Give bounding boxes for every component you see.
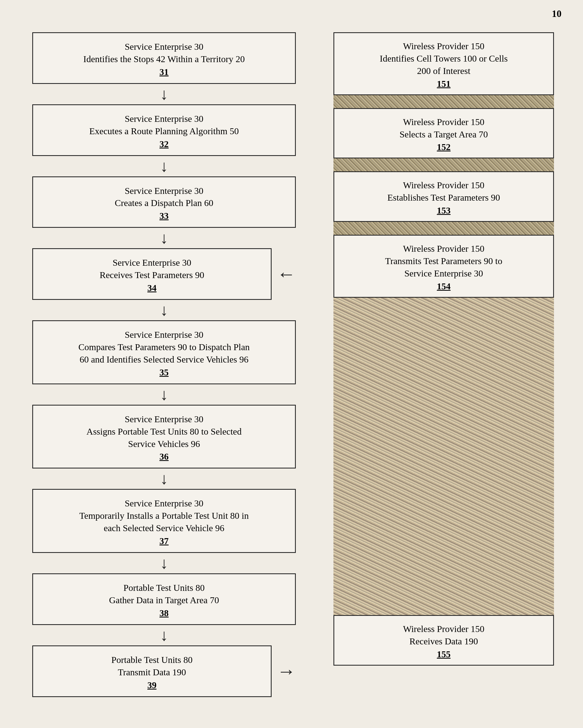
box-153: Wireless Provider 150Establishes Test Pa… — [334, 171, 554, 222]
box-34-row: Service Enterprise 30Receives Test Param… — [32, 248, 296, 300]
left-column: Service Enterprise 30Identifies the Stop… — [16, 32, 312, 697]
box-31: Service Enterprise 30Identifies the Stop… — [32, 32, 296, 84]
box-39: Portable Test Units 80Transmit Data 190 … — [32, 645, 272, 697]
box-152: Wireless Provider 150Selects a Target Ar… — [334, 108, 554, 159]
box-155: Wireless Provider 150Receives Data 190 1… — [334, 615, 554, 666]
arrow-down-38: ↓ — [32, 627, 296, 643]
texture-separator-2 — [334, 158, 554, 171]
box-32: Service Enterprise 30Executes a Route Pl… — [32, 104, 296, 156]
right-arrow-39: → — [277, 660, 296, 682]
large-texture — [334, 298, 554, 615]
arrow-down-35: ↓ — [32, 387, 296, 402]
box-35: Service Enterprise 30Compares Test Param… — [32, 320, 296, 384]
right-column: Wireless Provider 150Identifies Cell Tow… — [334, 32, 559, 666]
box-36: Service Enterprise 30Assigns Portable Te… — [32, 405, 296, 469]
arrow-down-34: ↓ — [32, 302, 296, 318]
page-number: 10 — [552, 8, 561, 19]
main-layout: Service Enterprise 30Identifies the Stop… — [16, 32, 567, 697]
arrow-down-33: ↓ — [32, 230, 296, 246]
box-39-row: Portable Test Units 80Transmit Data 190 … — [32, 645, 296, 697]
arrow-down-31: ↓ — [32, 86, 296, 102]
texture-separator-3 — [334, 222, 554, 235]
box-38: Portable Test Units 80Gather Data in Tar… — [32, 573, 296, 625]
box-37: Service Enterprise 30Temporarily Install… — [32, 489, 296, 553]
left-arrow-34: ← — [277, 263, 296, 285]
box-154: Wireless Provider 150Transmits Test Para… — [334, 235, 554, 298]
arrow-down-37: ↓ — [32, 555, 296, 571]
texture-separator-1 — [334, 95, 554, 108]
arrow-down-32: ↓ — [32, 158, 296, 174]
box-34: Service Enterprise 30Receives Test Param… — [32, 248, 272, 300]
arrow-down-36: ↓ — [32, 471, 296, 487]
box-151: Wireless Provider 150Identifies Cell Tow… — [334, 32, 554, 95]
box-33: Service Enterprise 30Creates a Dispatch … — [32, 176, 296, 228]
